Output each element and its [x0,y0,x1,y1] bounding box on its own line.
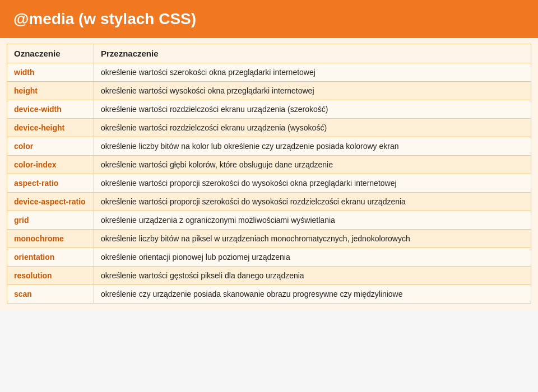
table-row: colorokreślenie liczby bitów na kolor lu… [7,137,531,156]
table-cell-term: color [7,137,94,156]
table-cell-desc: określenie wartości proporcji szerokości… [94,174,531,193]
table-cell-desc: określenie liczby bitów na piksel w urzą… [94,230,531,248]
table-cell-desc: określenie wartości rozdzielczości ekran… [94,100,531,119]
table-cell-desc: określenie wartości wysokości okna przeg… [94,82,531,100]
table-cell-desc: określenie orientacji pionowej lub pozio… [94,248,531,267]
table-row: gridokreślenie urządzenia z ograniczonym… [7,211,531,230]
page-header: @media (w stylach CSS) [0,0,538,38]
table-row: widthokreślenie wartości szerokości okna… [7,63,531,82]
table-cell-desc: określenie wartości rozdzielczości ekran… [94,119,531,137]
page-title: @media (w stylach CSS) [13,10,196,27]
table-cell-term: device-height [7,119,94,137]
table-row: color-indexokreślenie wartości głębi kol… [7,156,531,174]
table-row: resolutionokreślenie wartości gęstości p… [7,267,531,285]
table-cell-term: color-index [7,156,94,174]
table-cell-term: resolution [7,267,94,285]
table-row: device-aspect-ratiookreślenie wartości p… [7,193,531,211]
table-cell-term: device-aspect-ratio [7,193,94,211]
page-container: @media (w stylach CSS) Oznaczenie Przezn… [0,0,538,310]
table-cell-desc: określenie liczby bitów na kolor lub okr… [94,137,531,156]
table-cell-desc: określenie wartości gęstości pikseli dla… [94,267,531,285]
table-row: heightokreślenie wartości wysokości okna… [7,82,531,100]
table-row: scanokreślenie czy urządzenie posiada sk… [7,285,531,304]
table-cell-desc: określenie czy urządzenie posiada skanow… [94,285,531,304]
table-cell-desc: określenie wartości głębi kolorów, które… [94,156,531,174]
table-cell-desc: określenie wartości proporcji szerokości… [94,193,531,211]
table-cell-term: orientation [7,248,94,267]
col-header-oznaczenie: Oznaczenie [7,44,94,63]
table-cell-desc: określenie urządzenia z ograniczonymi mo… [94,211,531,230]
table-row: device-widthokreślenie wartości rozdziel… [7,100,531,119]
col-header-przeznaczenie: Przeznaczenie [94,44,531,63]
table-row: device-heightokreślenie wartości rozdzie… [7,119,531,137]
table-cell-term: aspect-ratio [7,174,94,193]
table-cell-term: device-width [7,100,94,119]
table-cell-term: height [7,82,94,100]
table-row: monochromeokreślenie liczby bitów na pik… [7,230,531,248]
table-container: Oznaczenie Przeznaczenie widthokreślenie… [0,38,538,310]
table-cell-term: monochrome [7,230,94,248]
table-row: orientationokreślenie orientacji pionowe… [7,248,531,267]
media-table: Oznaczenie Przeznaczenie widthokreślenie… [7,44,531,304]
table-cell-desc: określenie wartości szerokości okna prze… [94,63,531,82]
table-header-row: Oznaczenie Przeznaczenie [7,44,531,63]
table-cell-term: width [7,63,94,82]
table-cell-term: grid [7,211,94,230]
table-row: aspect-ratiookreślenie wartości proporcj… [7,174,531,193]
table-cell-term: scan [7,285,94,304]
